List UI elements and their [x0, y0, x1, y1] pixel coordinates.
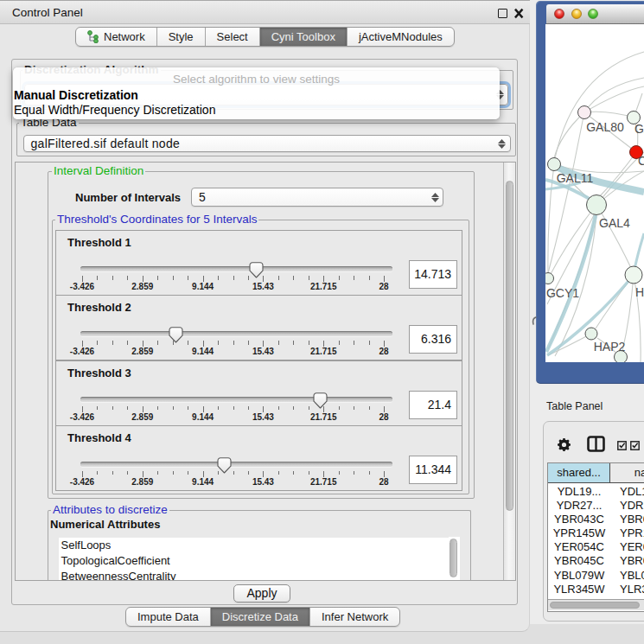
bottom-tab-bar: Impute DataDiscretize DataInfer Network — [125, 607, 400, 627]
threshold-value-field[interactable]: 14.713 — [409, 260, 457, 289]
checkbox-icon[interactable] — [630, 441, 640, 450]
network-node[interactable] — [578, 106, 591, 119]
attribute-list-item[interactable]: SelfLoops — [59, 538, 449, 553]
tick-label: 9.144 — [192, 347, 214, 356]
tab-style[interactable]: Style — [157, 28, 206, 46]
table-row[interactable]: YDL19...YDL19 — [548, 485, 644, 499]
zoom-traffic-light[interactable] — [588, 9, 598, 19]
control-panel-tab-bar: NetworkStyleSelectCyni ToolboxjActiveMNo… — [75, 27, 455, 47]
cell-name[interactable]: YLR34 — [610, 583, 644, 596]
bottom-tab-infer-network[interactable]: Infer Network — [310, 608, 399, 626]
attributes-list-scrollbar-thumb[interactable] — [450, 539, 457, 577]
network-edge[interactable] — [596, 205, 631, 268]
table-row[interactable]: YBL079WYBL07 — [548, 569, 644, 583]
cell-name[interactable]: YDL19 — [610, 485, 644, 499]
columns-icon[interactable] — [587, 436, 605, 452]
popup-item-manual-discretization[interactable]: Manual Discretization — [14, 89, 138, 102]
cell-name[interactable]: YBR04 — [610, 554, 644, 568]
cell-shared-name[interactable]: YBR043C — [548, 513, 610, 526]
attribute-list-item[interactable]: BetweennessCentrality — [59, 569, 449, 581]
number-of-intervals-value: 5 — [192, 190, 427, 204]
slider-thumb[interactable] — [169, 327, 183, 343]
combobox-arrows-icon — [494, 139, 510, 149]
column-header-shared-name[interactable]: shared... — [548, 463, 610, 483]
table-row[interactable]: YPR145WYPR14 — [548, 526, 644, 540]
cell-shared-name[interactable]: YLR345W — [548, 583, 610, 596]
major-tick — [263, 406, 264, 412]
slider-track[interactable] — [80, 266, 392, 272]
close-traffic-light[interactable] — [554, 9, 564, 19]
slider-track[interactable] — [80, 331, 392, 337]
threshold-value-field[interactable]: 21.4 — [409, 391, 457, 419]
minor-tick — [369, 406, 370, 411]
major-tick — [203, 341, 204, 347]
number-of-intervals-combobox[interactable]: 5 — [191, 188, 443, 207]
cell-name[interactable]: YBR04 — [610, 513, 644, 526]
gear-icon[interactable] — [558, 438, 571, 451]
tab-cyni-toolbox[interactable]: Cyni Toolbox — [260, 28, 348, 46]
bottom-tab-discretize-data[interactable]: Discretize Data — [211, 608, 310, 626]
slider-thumb[interactable] — [313, 392, 328, 409]
minor-tick — [369, 471, 370, 475]
table-row[interactable]: YLR345WYLR34 — [548, 583, 644, 596]
table-horizontal-scrollbar[interactable] — [548, 599, 644, 610]
cell-name[interactable]: YER05 — [610, 540, 644, 554]
slider-thumb[interactable] — [249, 262, 264, 278]
cell-shared-name[interactable]: YBR045C — [548, 554, 610, 568]
cell-shared-name[interactable]: YDR27... — [548, 499, 610, 513]
network-edge[interactable] — [584, 86, 644, 112]
network-node[interactable] — [625, 266, 642, 284]
apply-button[interactable]: Apply — [233, 584, 290, 603]
threshold-label: Threshold 3 — [67, 367, 131, 379]
network-edge[interactable] — [555, 52, 644, 158]
cell-name[interactable]: YPR14 — [610, 526, 644, 540]
network-edge[interactable] — [584, 112, 634, 118]
cell-shared-name[interactable]: YBL079W — [548, 569, 610, 583]
network-node[interactable] — [587, 195, 607, 215]
minimize-traffic-light[interactable] — [571, 9, 582, 19]
network-node[interactable] — [548, 158, 561, 171]
minor-tick — [248, 406, 249, 411]
cell-shared-name[interactable]: YPR145W — [548, 526, 610, 540]
major-tick — [82, 471, 83, 477]
attribute-list-item[interactable]: TopologicalCoefficient — [59, 553, 449, 569]
tab-select[interactable]: Select — [206, 28, 260, 46]
network-canvas[interactable]: GAL80GALCGAL11GAL4GCY1HAHAP2 — [545, 24, 644, 362]
network-edge[interactable] — [596, 152, 644, 205]
attributes-list-scrollbar[interactable] — [449, 537, 460, 581]
checkbox-icon[interactable] — [617, 441, 627, 450]
cell-shared-name[interactable]: YDL19... — [548, 485, 610, 499]
column-header-name[interactable]: name — [610, 463, 644, 483]
table-horizontal-scrollbar-thumb[interactable] — [550, 602, 640, 609]
table-data-combobox[interactable]: galFiltered.sif default node — [23, 135, 511, 152]
bottom-tab-impute-data[interactable]: Impute Data — [126, 608, 211, 626]
table-row[interactable]: YBR043CYBR04 — [548, 513, 644, 526]
panel-sash-grip[interactable] — [531, 316, 538, 325]
table-row[interactable]: YER054CYER05 — [548, 540, 644, 554]
threshold-label: Threshold 4 — [67, 431, 131, 444]
settings-scrollbar[interactable] — [503, 163, 516, 581]
float-window-icon[interactable] — [498, 9, 507, 18]
tab-jactivemnodules[interactable]: jActiveMNodules — [348, 28, 454, 46]
tab-label: Style — [169, 30, 194, 43]
table-row[interactable]: YDR27...YDR27 — [548, 499, 644, 513]
tab-network[interactable]: Network — [76, 28, 157, 46]
network-node[interactable] — [545, 273, 554, 284]
threshold-value-field[interactable]: 11.344 — [409, 456, 457, 484]
slider-track[interactable] — [80, 397, 392, 403]
minor-tick — [278, 341, 279, 345]
cell-shared-name[interactable]: YER054C — [548, 540, 610, 554]
popup-item-equal-width[interactable]: Equal Width/Frequency Discretization — [14, 104, 215, 117]
settings-scrollpane: Interval Definition Number of Intervals … — [15, 162, 516, 581]
numerical-attributes-list[interactable]: SelfLoopsTopologicalCoefficientBetweenne… — [59, 538, 449, 581]
slider-track[interactable] — [80, 462, 392, 468]
network-edge-highlighted[interactable] — [634, 233, 644, 270]
settings-scrollbar-thumb[interactable] — [506, 181, 513, 511]
slider-thumb[interactable] — [217, 457, 232, 474]
cell-name[interactable]: YBL07 — [610, 569, 644, 583]
table-row[interactable]: YBR045CYBR04 — [548, 554, 644, 568]
cell-name[interactable]: YDR27 — [610, 499, 644, 513]
network-node[interactable] — [585, 328, 597, 340]
threshold-value-field[interactable]: 6.316 — [409, 325, 457, 354]
close-icon[interactable] — [512, 6, 526, 21]
